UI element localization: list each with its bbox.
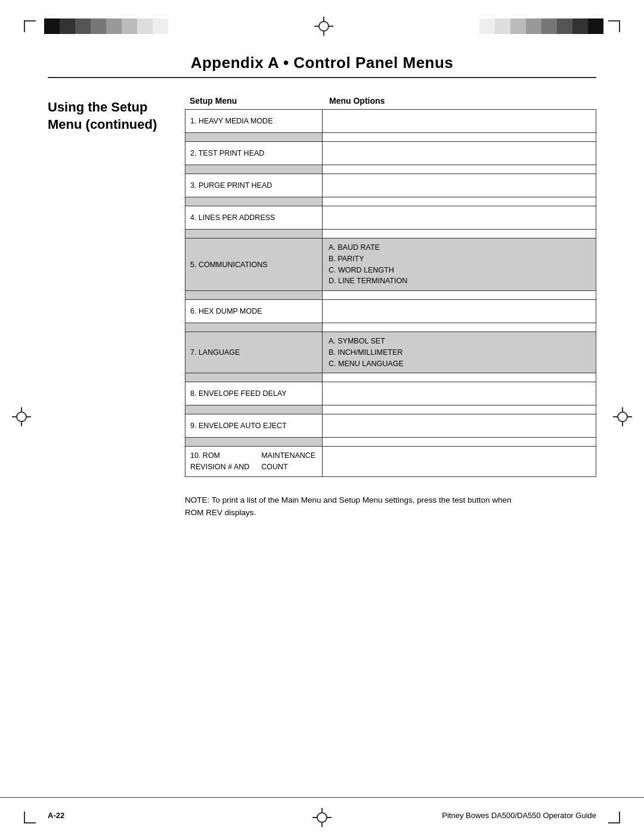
corner-mark-tr xyxy=(608,20,620,32)
spacer-row xyxy=(185,438,596,447)
menu-row: 9. ENVELOPE AUTO EJECT xyxy=(185,414,596,438)
setup-cell: 6. HEX DUMP MODE xyxy=(185,300,323,323)
bottom-bar xyxy=(0,808,644,827)
options-cell xyxy=(323,447,596,476)
center-crosshair xyxy=(314,17,333,36)
setup-cell: 1. HEAVY MEDIA MODE xyxy=(185,110,323,132)
top-registration-bar xyxy=(0,0,644,42)
menu-table: 1. HEAVY MEDIA MODE2. TEST PRINT HEAD3. … xyxy=(185,109,596,477)
setup-cell: 5. COMMUNICATIONS xyxy=(185,239,323,290)
column-headers: Setup Menu Menu Options xyxy=(185,96,596,106)
bottom-center-crosshair xyxy=(312,808,332,827)
note-text: NOTE: To print a list of the Main Menu a… xyxy=(185,494,519,519)
menu-row: 6. HEX DUMP MODE xyxy=(185,300,596,323)
setup-cell: 2. TEST PRINT HEAD xyxy=(185,142,323,165)
corner-mark-tl xyxy=(24,20,36,32)
spacer-row xyxy=(185,165,596,174)
color-blocks-right xyxy=(479,18,603,34)
page-content: Appendix A • Control Panel Menus Using t… xyxy=(0,42,644,519)
menu-row: 3. PURGE PRINT HEAD xyxy=(185,174,596,197)
menu-row: 4. LINES PER ADDRESS xyxy=(185,206,596,230)
setup-cell: 8. ENVELOPE FEED DELAY xyxy=(185,382,323,405)
options-cell: A. SYMBOL SETB. INCH/MILLIMETERC. MENU L… xyxy=(323,332,596,373)
note-paragraph: NOTE: To print a list of the Main Menu a… xyxy=(185,494,519,519)
setup-cell: 10. ROM REVISION # ANDMAINTENANCE COUNT xyxy=(185,447,323,476)
options-cell xyxy=(323,414,596,437)
main-layout: Using the Setup Menu (continued) Setup M… xyxy=(48,96,596,477)
options-cell xyxy=(323,110,596,132)
options-cell xyxy=(323,174,596,197)
options-cell xyxy=(323,382,596,405)
left-side-crosshair xyxy=(12,407,31,426)
menu-row: 1. HEAVY MEDIA MODE xyxy=(185,110,596,133)
menu-row: 2. TEST PRINT HEAD xyxy=(185,142,596,165)
corner-mark-br xyxy=(608,812,620,823)
spacer-row xyxy=(185,291,596,300)
menu-row: 10. ROM REVISION # ANDMAINTENANCE COUNT xyxy=(185,447,596,476)
options-cell xyxy=(323,142,596,165)
spacer-row xyxy=(185,197,596,206)
color-blocks-left xyxy=(44,18,168,34)
page-title-section: Appendix A • Control Panel Menus xyxy=(48,54,596,78)
section-title: Using the Setup Menu (continued) xyxy=(48,99,167,133)
options-cell xyxy=(323,300,596,323)
col-header-options: Menu Options xyxy=(322,96,596,106)
setup-cell: 7. LANGUAGE xyxy=(185,332,323,373)
menu-row: 5. COMMUNICATIONSA. BAUD RATEB. PARITYC.… xyxy=(185,239,596,291)
top-left-marks xyxy=(24,18,168,34)
menu-row: 8. ENVELOPE FEED DELAY xyxy=(185,382,596,405)
setup-cell: 3. PURGE PRINT HEAD xyxy=(185,174,323,197)
right-side-crosshair xyxy=(613,407,632,426)
table-area: Setup Menu Menu Options 1. HEAVY MEDIA M… xyxy=(185,96,596,477)
spacer-row xyxy=(185,405,596,414)
corner-mark-bl xyxy=(24,812,36,823)
menu-row: 7. LANGUAGEA. SYMBOL SETB. INCH/MILLIMET… xyxy=(185,332,596,373)
setup-cell: 4. LINES PER ADDRESS xyxy=(185,206,323,229)
options-cell xyxy=(323,206,596,229)
top-right-marks xyxy=(479,18,620,34)
setup-cell: 9. ENVELOPE AUTO EJECT xyxy=(185,414,323,437)
section-heading: Using the Setup Menu (continued) xyxy=(48,96,167,477)
spacer-row xyxy=(185,323,596,332)
options-cell: A. BAUD RATEB. PARITYC. WORD LENGTHD. LI… xyxy=(323,239,596,290)
spacer-row xyxy=(185,230,596,239)
page-title: Appendix A • Control Panel Menus xyxy=(48,54,596,72)
spacer-row xyxy=(185,133,596,142)
col-header-setup: Setup Menu xyxy=(185,96,322,106)
spacer-row xyxy=(185,373,596,382)
